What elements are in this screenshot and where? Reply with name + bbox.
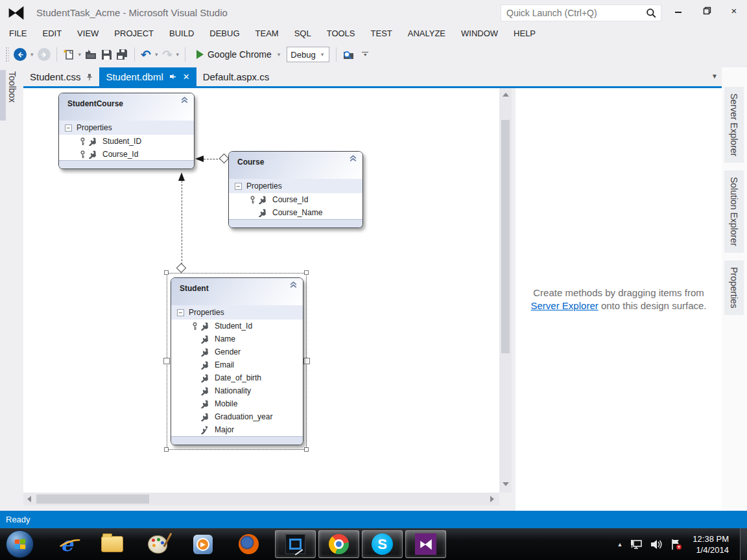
- action-center-flag-icon[interactable]: [670, 539, 683, 550]
- taskbar-visual-studio[interactable]: [405, 530, 446, 558]
- resize-handle[interactable]: [164, 270, 169, 275]
- entity-field-row[interactable]: Graduation_year: [171, 410, 303, 423]
- taskbar-media-player[interactable]: ▶: [184, 530, 222, 558]
- properties-section-header[interactable]: − Properties: [171, 305, 303, 320]
- entity-field-row[interactable]: Gender: [171, 345, 303, 358]
- entity-student[interactable]: Student − Properties Student_Id Name: [171, 277, 303, 445]
- association-line[interactable]: [204, 159, 221, 159]
- pin-icon[interactable]: [86, 73, 93, 81]
- entity-header[interactable]: StudentCourse: [59, 93, 194, 121]
- taskbar-internet-explorer[interactable]: e: [48, 530, 86, 558]
- configuration-dropdown-icon[interactable]: ▾: [319, 51, 326, 58]
- run-target-label[interactable]: Google Chrome: [208, 49, 272, 60]
- vertical-scrollbar[interactable]: [499, 88, 512, 493]
- menu-test[interactable]: TEST: [363, 26, 400, 41]
- tab-default-aspx-cs[interactable]: Default.aspx.cs: [196, 67, 276, 86]
- menu-window[interactable]: WINDOW: [453, 26, 506, 41]
- collapse-minus-icon[interactable]: −: [177, 309, 184, 316]
- undo-button[interactable]: ↶: [139, 45, 153, 64]
- run-target-dropdown-icon[interactable]: ▾: [276, 51, 283, 58]
- collapse-chevron-icon[interactable]: [180, 97, 189, 104]
- minimize-button[interactable]: [664, 0, 693, 21]
- entity-course[interactable]: Course − Properties Course_Id Course_Nam…: [228, 151, 363, 228]
- resize-handle[interactable]: [304, 270, 309, 275]
- scroll-down-icon[interactable]: [503, 482, 509, 486]
- sidebar-tab-toolbox[interactable]: Toolbox: [7, 71, 18, 102]
- entity-field-row[interactable]: Student_ID: [59, 135, 194, 148]
- restore-button[interactable]: [693, 0, 721, 21]
- collapse-minus-icon[interactable]: −: [235, 183, 242, 190]
- new-project-dropdown-icon[interactable]: ▾: [77, 51, 84, 58]
- volume-icon[interactable]: [650, 539, 663, 550]
- taskbar-chrome[interactable]: [318, 530, 359, 558]
- menu-team[interactable]: TEAM: [248, 26, 287, 41]
- design-surface[interactable]: StudentCourse − Properties Student_ID Co…: [23, 88, 499, 493]
- entity-field-row[interactable]: Date_of_birth: [171, 371, 303, 384]
- entity-header[interactable]: Student: [171, 278, 303, 305]
- resize-handle[interactable]: [304, 447, 309, 452]
- horizontal-scrollbar[interactable]: [23, 493, 499, 506]
- entity-field-row[interactable]: Mobile: [171, 397, 303, 410]
- document-tab-list-dropdown-icon[interactable]: ▼: [711, 73, 718, 80]
- start-debug-button[interactable]: Google Chrome ▾: [189, 45, 284, 64]
- entity-field-row[interactable]: Student_Id: [171, 320, 303, 332]
- sidebar-tab-properties[interactable]: Properties: [724, 261, 744, 315]
- properties-section-header[interactable]: − Properties: [59, 121, 194, 135]
- network-icon[interactable]: [630, 539, 643, 550]
- tab-student-dbml[interactable]: Student.dbml ✕: [99, 67, 196, 86]
- entity-field-row[interactable]: Course_Name: [229, 206, 362, 219]
- toolbar-grip[interactable]: [5, 47, 9, 62]
- quick-launch-box[interactable]: [501, 5, 661, 21]
- menu-file[interactable]: FILE: [1, 26, 34, 41]
- methods-pane[interactable]: Create methods by dragging items from Se…: [516, 88, 722, 511]
- save-button[interactable]: [99, 45, 114, 64]
- collapse-chevron-icon[interactable]: [289, 281, 298, 288]
- collapse-chevron-icon[interactable]: [349, 155, 357, 162]
- navigate-back-button[interactable]: [12, 45, 29, 64]
- menu-help[interactable]: HELP: [506, 26, 543, 41]
- taskbar-file-explorer[interactable]: [93, 530, 131, 558]
- menu-sql[interactable]: SQL: [287, 26, 319, 41]
- horizontal-scrollbar-thumb[interactable]: [36, 495, 149, 504]
- entity-studentcourse[interactable]: StudentCourse − Properties Student_ID Co…: [58, 93, 195, 169]
- association-line[interactable]: [182, 181, 182, 264]
- start-button[interactable]: [6, 530, 34, 558]
- close-button[interactable]: ×: [720, 0, 747, 21]
- show-desktop-button[interactable]: [740, 528, 747, 560]
- undo-dropdown-icon[interactable]: ▾: [153, 51, 160, 58]
- menu-analyze[interactable]: ANALYZE: [400, 26, 453, 41]
- scroll-left-icon[interactable]: [27, 496, 31, 502]
- save-all-button[interactable]: [114, 45, 130, 64]
- redo-button[interactable]: ↶: [160, 45, 174, 64]
- scroll-up-icon[interactable]: [503, 93, 509, 97]
- resize-handle[interactable]: [303, 358, 310, 364]
- menu-view[interactable]: VIEW: [69, 26, 106, 41]
- entity-field-row[interactable]: Course_Id: [59, 148, 194, 161]
- pin-icon[interactable]: [169, 73, 176, 80]
- redo-dropdown-icon[interactable]: ▾: [174, 51, 181, 58]
- tab-student-css[interactable]: Student.css: [23, 67, 99, 86]
- entity-field-row[interactable]: Name: [171, 332, 303, 345]
- find-in-files-button[interactable]: [340, 45, 357, 64]
- navigate-back-dropdown-icon[interactable]: ▾: [29, 51, 36, 58]
- entity-field-row[interactable]: Nationality: [171, 384, 303, 397]
- menu-debug[interactable]: DEBUG: [202, 26, 247, 41]
- entity-header[interactable]: Course: [229, 152, 362, 179]
- taskbar-snipping-tool[interactable]: [275, 530, 316, 558]
- entity-field-row[interactable]: Course_Id: [229, 193, 362, 206]
- taskbar-firefox[interactable]: [230, 530, 267, 558]
- sidebar-tab-server-explorer[interactable]: Server Explorer: [724, 87, 744, 163]
- menu-tools[interactable]: TOOLS: [319, 26, 363, 41]
- entity-field-row[interactable]: Email: [171, 358, 303, 371]
- show-hidden-icons-icon[interactable]: ▲: [617, 541, 622, 548]
- resize-handle[interactable]: [163, 358, 170, 364]
- taskbar-skype[interactable]: S: [362, 530, 403, 558]
- taskbar-clock[interactable]: 12:38 PM 1/4/2014: [690, 533, 729, 555]
- vertical-scrollbar-thumb[interactable]: [501, 120, 510, 353]
- close-tab-icon[interactable]: ✕: [183, 72, 190, 82]
- navigate-forward-button[interactable]: [36, 45, 53, 64]
- server-explorer-link[interactable]: Server Explorer: [531, 300, 599, 311]
- new-project-button[interactable]: [61, 45, 77, 64]
- toolbar-overflow-icon[interactable]: ▾: [362, 52, 368, 57]
- open-file-button[interactable]: [83, 45, 99, 64]
